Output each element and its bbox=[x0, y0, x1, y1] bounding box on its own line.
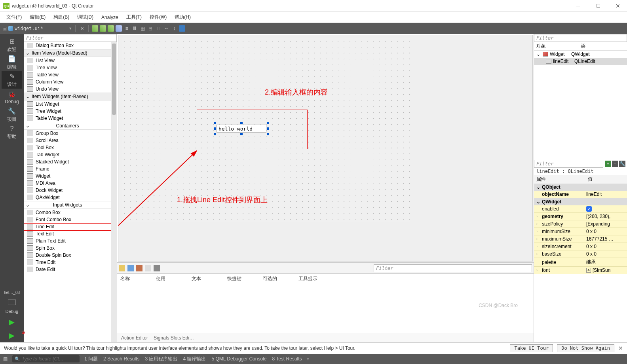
status-menu-icon[interactable]: ▤ bbox=[3, 356, 8, 362]
prop-add-icon[interactable]: + bbox=[605, 161, 611, 167]
prop-row[interactable]: ›sizeIncrement0 x 0 bbox=[534, 243, 627, 250]
widget-item[interactable]: Column View bbox=[24, 78, 111, 85]
form-canvas-viewport[interactable]: 2.编辑输入框的内容 1.拖拽Line Edit控件到界面上 hello wor… bbox=[118, 35, 533, 262]
info-close-icon[interactable]: ✕ bbox=[618, 345, 623, 351]
status-pane[interactable]: 1 问题 bbox=[84, 356, 98, 362]
layout-form-icon[interactable]: ⊟ bbox=[147, 25, 154, 32]
locator-input[interactable] bbox=[22, 356, 77, 362]
menu-debug[interactable]: 调试(D) bbox=[74, 12, 97, 22]
prop-group[interactable]: ⌄QObject bbox=[534, 184, 627, 191]
mode-Debug[interactable]: 🐞Debug bbox=[2, 89, 22, 106]
status-pane[interactable]: 4 编译输出 bbox=[183, 356, 206, 362]
layout-hsplit-icon[interactable]: ≡ bbox=[124, 25, 130, 32]
widget-category[interactable]: ⌄Containers bbox=[24, 122, 111, 130]
widget-item[interactable]: Line Edit bbox=[24, 223, 111, 230]
action-table[interactable]: 名称使用文本快捷键可选的工具提示 bbox=[117, 273, 534, 333]
prop-remove-icon[interactable]: − bbox=[612, 161, 618, 167]
widget-item[interactable]: Tab Widget bbox=[24, 151, 111, 158]
doc-tab[interactable]: ▣ widget.ui* ▼ bbox=[2, 26, 72, 31]
menu-widgets[interactable]: 控件(W) bbox=[146, 12, 170, 22]
action-col[interactable]: 可选的 bbox=[263, 275, 298, 282]
mode-编辑[interactable]: 📄编辑 bbox=[2, 54, 22, 71]
status-pane[interactable]: 8 Test Results bbox=[272, 356, 302, 362]
layout-vspacer-icon[interactable]: ↕ bbox=[171, 25, 177, 32]
project-selector[interactable]: hel…_03 bbox=[2, 288, 22, 297]
build-config[interactable]: Debug bbox=[6, 307, 18, 315]
objtree-filter[interactable]: Filter bbox=[534, 34, 627, 42]
widget-item[interactable]: QAxWidget bbox=[24, 194, 111, 201]
widget-item[interactable]: Widget bbox=[24, 173, 111, 180]
mode-设计[interactable]: ✎设计 bbox=[2, 71, 22, 89]
maximize-button[interactable] bbox=[592, 2, 604, 10]
widget-category[interactable]: ⌄Item Widgets (Item-Based) bbox=[24, 93, 111, 100]
target-selector-icon[interactable] bbox=[8, 300, 16, 305]
widgetbox-filter[interactable]: Filter bbox=[24, 34, 117, 42]
widget-list[interactable]: Dialog Button Box⌄Item Views (Model-Base… bbox=[24, 42, 111, 342]
layout-icon-4[interactable] bbox=[116, 25, 122, 32]
widget-item[interactable]: MDI Area bbox=[24, 180, 111, 187]
widget-category[interactable]: ⌄Item Views (Model-Based) bbox=[24, 49, 111, 57]
mode-帮助[interactable]: ?帮助 bbox=[2, 123, 22, 141]
action-col[interactable]: 工具提示 bbox=[298, 275, 334, 282]
prop-group[interactable]: ⌄QWidget bbox=[534, 198, 627, 205]
action-col[interactable]: 文本 bbox=[192, 275, 227, 282]
locator[interactable] bbox=[12, 355, 80, 362]
config-action-icon[interactable] bbox=[154, 265, 160, 271]
widget-category[interactable]: ⌄Input Widgets bbox=[24, 201, 111, 209]
layout-icon-1[interactable] bbox=[92, 25, 98, 32]
action-filter[interactable]: Filter bbox=[374, 264, 532, 272]
objtree-row-lineedit[interactable]: lineEdit QLineEdit bbox=[534, 58, 627, 65]
lineedit-widget[interactable]: hello world bbox=[217, 125, 266, 133]
widget-item[interactable]: Stacked Widget bbox=[24, 158, 111, 165]
widget-item[interactable]: Table View bbox=[24, 71, 111, 78]
widget-item[interactable]: Group Box bbox=[24, 130, 111, 137]
close-button[interactable] bbox=[612, 2, 624, 10]
menu-build[interactable]: 构建(B) bbox=[50, 12, 72, 22]
prop-row[interactable]: ›maximumSize16777215 … bbox=[534, 235, 627, 243]
paste-action-icon[interactable] bbox=[136, 265, 142, 271]
copy-action-icon[interactable] bbox=[127, 265, 134, 271]
prop-row[interactable]: ›sizePolicy[Expanding bbox=[534, 220, 627, 228]
delete-action-icon[interactable] bbox=[145, 265, 151, 271]
prop-row[interactable]: ›baseSize0 x 0 bbox=[534, 250, 627, 258]
prop-config-icon[interactable]: 🔧 bbox=[619, 161, 625, 167]
widget-item[interactable]: Dialog Button Box bbox=[24, 42, 111, 49]
widget-item[interactable]: Frame bbox=[24, 165, 111, 173]
widget-item[interactable]: Plain Text Edit bbox=[24, 237, 111, 245]
tab-signals-slots[interactable]: Signals Slots Edi… bbox=[154, 335, 194, 341]
widget-item[interactable]: Tree View bbox=[24, 64, 111, 71]
property-list[interactable]: ⌄QObjectobjectNamelineEdit⌄QWidgetenable… bbox=[534, 184, 627, 274]
mode-欢迎[interactable]: ⊞欢迎 bbox=[2, 36, 22, 54]
widget-item[interactable]: Text Edit bbox=[24, 230, 111, 237]
mode-项目[interactable]: 🔧项目 bbox=[2, 106, 22, 123]
widget-item[interactable]: List Widget bbox=[24, 100, 111, 108]
prop-row[interactable]: ›fontA[SimSun bbox=[534, 267, 627, 274]
layout-icon-3[interactable] bbox=[108, 25, 114, 32]
prop-row[interactable]: enabled bbox=[534, 205, 627, 213]
preview-icon[interactable] bbox=[179, 25, 185, 32]
menu-analyze[interactable]: Analyze bbox=[98, 13, 122, 22]
widget-item[interactable]: Tree Widget bbox=[24, 108, 111, 115]
prop-row[interactable]: ›geometry[(260, 230), bbox=[534, 213, 627, 220]
layout-hspacer-icon[interactable]: ↔ bbox=[163, 25, 169, 32]
close-doc-icon[interactable] bbox=[79, 25, 85, 32]
minimize-button[interactable] bbox=[572, 2, 584, 10]
menu-tools[interactable]: 工具(T) bbox=[123, 12, 145, 22]
status-pane[interactable]: 3 应用程序输出 bbox=[145, 356, 177, 362]
widget-item[interactable]: Scroll Area bbox=[24, 137, 111, 144]
widget-item[interactable]: List View bbox=[24, 57, 111, 64]
widget-item[interactable]: Spin Box bbox=[24, 245, 111, 252]
run-button[interactable]: ▶ bbox=[9, 315, 15, 329]
prop-filter[interactable]: Filter bbox=[534, 160, 603, 168]
prop-row[interactable]: ›minimumSize0 x 0 bbox=[534, 228, 627, 235]
layout-break-icon[interactable]: ⌗ bbox=[155, 25, 162, 32]
objtree-row-widget[interactable]: ⌄ Widget QWidget bbox=[534, 51, 627, 58]
action-col[interactable]: 名称 bbox=[120, 275, 156, 282]
dont-show-button[interactable]: Do Not Show Again bbox=[557, 344, 614, 352]
menu-help[interactable]: 帮助(H) bbox=[171, 12, 194, 22]
widget-item[interactable]: Date Edit bbox=[24, 266, 111, 273]
widget-item[interactable]: Double Spin Box bbox=[24, 252, 111, 259]
layout-grid-icon[interactable]: ▦ bbox=[139, 25, 146, 32]
tab-action-editor[interactable]: Action Editor bbox=[121, 335, 148, 341]
widgetbox-scrollbar[interactable] bbox=[111, 42, 117, 342]
